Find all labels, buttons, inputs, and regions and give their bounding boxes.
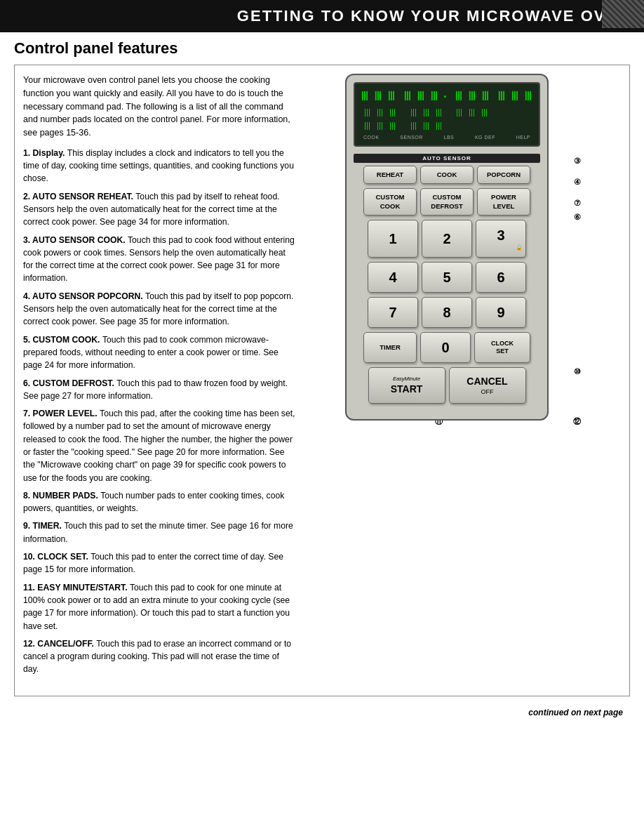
custom-defrost-line1: CUSTOM (433, 193, 462, 201)
label-lbs: LBS (444, 135, 455, 140)
cancel-off-button[interactable]: CANCEL OFF (449, 367, 526, 404)
timer-button[interactable]: TIMER (363, 332, 417, 363)
callout-6: ⑥ (574, 213, 581, 222)
custom-buttons-row: CUSTOM COOK CUSTOM DEFROST POWER LEVEL (354, 188, 540, 216)
label-cook: COOK (363, 135, 380, 140)
bottom-num-row: TIMER 0 CLOCK SET (354, 332, 540, 363)
power-level-line2: LEVEL (493, 202, 515, 210)
display-digit: ꠲꠲꠲· (401, 89, 450, 104)
num-row-1: 1 2 3 🔒 (354, 220, 540, 258)
custom-defrost-line2: DEFROST (431, 202, 462, 210)
feature-item-10: 10. CLOCK SET. Touch this pad to enter t… (23, 550, 297, 576)
feature-8-title: NUMBER PADS. (33, 491, 101, 501)
auto-sensor-bar: AUTO SENSOR (354, 154, 540, 163)
clock-set-button[interactable]: CLOCK SET (474, 332, 530, 363)
feature-8-number: 8. (23, 491, 33, 501)
callout-10: ⑩ (574, 367, 581, 376)
num-1-button[interactable]: 1 (368, 220, 418, 258)
intro-paragraph: Your microwave oven control panel lets y… (23, 74, 297, 140)
custom-defrost-button[interactable]: CUSTOM DEFROST (420, 188, 474, 216)
feature-3-title: AUTO SENSOR COOK. (32, 235, 128, 245)
feature-11-title: EASY MINUTE/START. (37, 583, 130, 593)
off-label: OFF (454, 388, 521, 397)
feature-2-title: AUTO SENSOR REHEAT. (32, 192, 135, 201)
feature-item-3: 3. AUTO SENSOR COOK. Touch this pad to c… (23, 234, 297, 285)
num-3-label: 3 (497, 227, 504, 243)
feature-item-12: 12. CANCEL/OFF. Touch this pad to erase … (23, 637, 297, 676)
feature-5-title: CUSTOM COOK. (33, 335, 102, 345)
power-level-line1: POWER (491, 193, 516, 201)
num-row-2: 4 5 6 (354, 262, 540, 293)
num-6-button[interactable]: 6 (476, 262, 526, 293)
page-header: Getting to Know Your Microwave Oven (0, 0, 644, 32)
cook-button[interactable]: COOK (420, 166, 474, 184)
num-2-button[interactable]: 2 (422, 220, 472, 258)
continued-text: continued on next page (14, 708, 630, 717)
start-label: START (373, 383, 441, 395)
callout-12: ⑫ (573, 416, 581, 427)
feature-1-title: Display. (33, 148, 67, 158)
cancel-label: CANCEL (467, 376, 507, 387)
feature-item-4: 4. AUTO SENSOR POPCORN. Touch this pad b… (23, 290, 297, 329)
reheat-button[interactable]: REHEAT (363, 166, 417, 184)
display-digits: ꠲꠲꠲ ꠲꠲꠲· ꠲꠲꠲ ꠲꠲꠲ (362, 89, 532, 104)
power-level-button[interactable]: POWER LEVEL (477, 188, 530, 216)
label-kgdef: KG DEF (475, 135, 495, 140)
feature-9-text: Touch this pad to set the minute timer. … (23, 521, 293, 543)
display-digit: ꠲꠲꠲ (452, 89, 492, 104)
display-digit: ꠲꠲꠲ (495, 89, 535, 104)
feature-1-number: 1. (23, 148, 33, 158)
num-row-3: 7 8 9 (354, 297, 540, 328)
feature-3-number: 3. (23, 235, 32, 245)
feature-item-5: 5. CUSTOM COOK. Touch this pad to cook c… (23, 333, 297, 372)
num-5-button[interactable]: 5 (422, 262, 472, 293)
feature-12-number: 12. (23, 639, 37, 649)
num-7-button[interactable]: 7 (368, 297, 418, 328)
feature-5-number: 5. (23, 335, 33, 345)
feature-6-number: 6. (23, 378, 33, 388)
display-labels: COOK SENSOR LBS KG DEF HELP (362, 135, 532, 140)
feature-11-number: 11. (23, 583, 37, 593)
label-sensor: SENSOR (400, 135, 423, 140)
display-digit: ꠲꠲꠲ (358, 89, 398, 104)
feature-12-title: CANCEL/OFF. (37, 639, 96, 649)
start-cancel-row: EasyMinute START CANCEL OFF (354, 367, 540, 404)
panel-wrapper: ① ② ③ ④ ⑤ ⑥ ⑦ ⑧ ⑨ ⑩ ⑪ ⑫ ꠲꠲꠲ ꠲꠲꠲· (345, 74, 584, 421)
right-column: ① ② ③ ④ ⑤ ⑥ ⑦ ⑧ ⑨ ⑩ ⑪ ⑫ ꠲꠲꠲ ꠲꠲꠲· (308, 74, 621, 687)
feature-item-2: 2. AUTO SENSOR REHEAT. Touch this pad by… (23, 190, 297, 229)
feature-7-text: Touch this pad, after the cooking time h… (23, 409, 295, 482)
num-4-button[interactable]: 4 (368, 262, 418, 293)
section-title: Control panel features (14, 39, 630, 58)
feature-list: 1. Display. This display includes a cloc… (23, 147, 297, 676)
custom-cook-line2: COOK (380, 202, 401, 210)
label-help: HELP (516, 135, 530, 140)
easy-minute-start-button[interactable]: EasyMinute START (368, 367, 445, 404)
feature-item-6: 6. CUSTOM DEFROST. Touch this pad to tha… (23, 377, 297, 403)
custom-cook-line1: CUSTOM (376, 193, 405, 201)
header-title: Getting to Know Your Microwave Oven (237, 7, 630, 25)
feature-7-title: POWER LEVEL. (33, 409, 100, 418)
feature-item-8: 8. NUMBER PADS. Touch number pads to ent… (23, 489, 297, 515)
feature-10-number: 10. (23, 552, 37, 562)
easy-minute-label: EasyMinute (373, 376, 441, 383)
auto-sensor-buttons-row: REHEAT COOK POPCORN (354, 166, 540, 184)
clock-set-line1: CLOCK (491, 340, 514, 347)
num-3-button[interactable]: 3 🔒 (476, 220, 526, 258)
feature-7-number: 7. (23, 409, 33, 418)
feature-9-title: TIMER. (33, 521, 65, 531)
num-8-button[interactable]: 8 (422, 297, 472, 328)
display-row2: ꠲꠲꠲ ꠲꠲꠲ ꠲꠲꠲ ꠲꠲꠲ ꠲꠲꠲ (362, 107, 532, 133)
custom-cook-button[interactable]: CUSTOM COOK (363, 188, 417, 216)
num-9-button[interactable]: 9 (476, 297, 526, 328)
clock-set-line2: SET (496, 348, 509, 355)
main-content-box: Your microwave oven control panel lets y… (14, 65, 630, 696)
feature-2-number: 2. (23, 192, 32, 201)
callout-7: ⑦ (574, 199, 581, 208)
left-column: Your microwave oven control panel lets y… (23, 74, 297, 687)
display-area: ꠲꠲꠲ ꠲꠲꠲· ꠲꠲꠲ ꠲꠲꠲ ꠲꠲꠲ ꠲꠲꠲ ꠲꠲꠲ ꠲꠲꠲ ꠲꠲꠲ COO… (354, 82, 540, 147)
popcorn-button[interactable]: POPCORN (477, 166, 530, 184)
num-0-button[interactable]: 0 (420, 332, 471, 363)
callout-3: ③ (574, 157, 581, 166)
feature-item-9: 9. TIMER. Touch this pad to set the minu… (23, 519, 297, 545)
feature-4-number: 4. (23, 291, 32, 301)
